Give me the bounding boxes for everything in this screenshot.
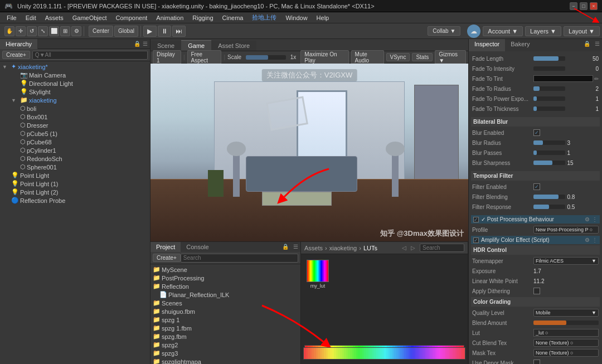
fade-thickness-slider[interactable] [533,106,565,111]
project-create-button[interactable]: Create+ [153,254,181,262]
pause-button[interactable]: ⏸ [158,26,171,37]
global-button[interactable]: Global [114,26,138,37]
project-lock-icon[interactable]: 🔒 [280,242,291,252]
fade-tint-swatch[interactable] [533,75,593,82]
tree-item-pointlight[interactable]: 💡Point Light [0,171,150,179]
tree-item-redondosch[interactable]: ⬡RedondoSch [0,154,150,163]
fade-radius-slider[interactable] [533,86,565,91]
fade-tint-pick[interactable]: ✏ [594,76,599,82]
hand-tool[interactable]: ✋ [4,26,14,36]
asset-store-tab[interactable]: Asset Store [211,41,256,51]
center-button[interactable]: Center [89,26,113,37]
amplify-color-checkbox[interactable] [473,237,479,243]
post-behaviour-settings[interactable]: ⚙ [585,216,590,222]
path-luts[interactable]: LUTs [363,245,377,251]
blur-sharpness-slider[interactable] [533,161,565,165]
rotate-tool[interactable]: ↺ [27,26,37,36]
maximize-btn[interactable]: Maximize On Play [300,50,348,65]
proj-item-spzg3[interactable]: 📁spzg3 [151,349,300,357]
aspect-button[interactable]: Free Aspect [187,50,222,65]
inspector-tab[interactable]: Inspector [469,39,505,51]
display-button[interactable]: Display 1 [153,50,181,65]
filter-response-slider[interactable] [533,205,565,209]
tree-item-boli[interactable]: ⬡boli [0,104,150,113]
asset-nav-back[interactable]: ◁ [402,245,406,251]
apply-dithering-checkbox[interactable] [533,288,540,294]
tree-item-maincamera[interactable]: 📷 Main Camera [0,71,150,79]
close-button[interactable]: × [590,2,598,10]
mute-btn[interactable]: Mute Audio [351,50,384,65]
menu-file[interactable]: File [2,13,21,22]
menu-upload[interactable]: 拾地上传 [247,12,281,23]
menu-rigging[interactable]: Rigging [188,13,217,22]
filter-blending-slider[interactable] [533,195,565,199]
scale-tool[interactable]: ⤡ [38,26,48,36]
post-behaviour-more[interactable]: ⋮ [592,216,598,222]
rect-tool[interactable]: ⬜ [49,26,59,36]
mask-tex-dropdown[interactable]: None (Texture) ○ [533,349,599,357]
tree-item-dirlight[interactable]: 💡 Directional Light [0,79,150,88]
scale-slider[interactable] [246,55,286,60]
menu-assets[interactable]: Assets [41,13,68,22]
post-behaviour-checkbox[interactable] [473,217,479,222]
amplify-more[interactable]: ⋮ [592,237,598,243]
scene-tab[interactable]: Scene [151,41,181,51]
menu-gameobject[interactable]: GameObject [68,13,111,22]
account-button[interactable]: Account ▼ [483,26,523,36]
tree-item-pcylinder1[interactable]: ⬡pCylinder1 [0,146,150,154]
menu-animation[interactable]: Animation [152,13,188,22]
path-assets[interactable]: Assets [304,245,323,251]
lut-field[interactable]: _lut ○ [533,329,599,337]
proj-item-spzgfbm[interactable]: 📁spzg.fbm [151,332,300,341]
proj-item-spzg2[interactable]: 📁spzg2 [151,341,300,349]
vsync-btn[interactable]: VSync [386,53,410,61]
amplify-settings[interactable]: ⚙ [585,237,590,243]
cut-blend-dropdown[interactable]: None (Texture) ○ [533,339,599,347]
bakery-tab[interactable]: Bakery [505,39,535,51]
use-depor-checkbox[interactable] [533,360,540,364]
menu-edit[interactable]: Edit [21,13,41,22]
tree-item-pcube68[interactable]: ⬡pCube68 [0,138,150,146]
path-xiaoketing[interactable]: xiaoketing [329,245,357,251]
proj-item-spzg1fbm[interactable]: 📁spzg 1.fbm [151,324,300,332]
asset-nav-forward[interactable]: ▷ [411,245,415,251]
cloud-button[interactable]: ☁ [467,25,480,38]
proj-item-postprocessing[interactable]: 📁PostProcessing [151,274,300,282]
minimize-button[interactable]: − [570,2,577,10]
proj-item-scenes[interactable]: 📁Scenes [151,299,300,307]
layout-button[interactable]: Layout ▼ [564,26,600,36]
menu-component[interactable]: Component [111,13,152,22]
gizmos-btn[interactable]: Gizmos ▼ [435,50,466,65]
fade-intensity-slider[interactable] [533,66,565,71]
menu-help[interactable]: Help [312,13,334,22]
blur-enabled-checkbox[interactable] [533,129,540,136]
proj-item-planar[interactable]: 📄Planar_Reflection_ILK [151,290,300,299]
asset-search-input[interactable] [420,244,464,252]
proj-item-myscene[interactable]: 📁MyScene [151,265,300,274]
hierarchy-lock-icon[interactable]: 🔒 [134,41,140,47]
blend-amount-slider[interactable] [533,321,599,325]
play-button[interactable]: ▶ [143,26,157,37]
tree-item-sphere001[interactable]: ⬡Sphere001 [0,163,150,171]
hierarchy-create-button[interactable]: Create+ [2,51,30,59]
fade-power-slider[interactable] [533,96,565,101]
hierarchy-tab[interactable]: Hierarchy [0,39,38,49]
tree-item-pointlight2[interactable]: 💡Point Light (2) [0,188,150,196]
tonemapper-dropdown[interactable]: Filmic ACES ▼ [533,257,599,265]
blur-passes-slider[interactable] [533,151,565,155]
profile-dropdown[interactable]: New Post-Processing P ○ [533,226,599,234]
proj-item-spzg1[interactable]: 📁spzg 1 [151,316,300,324]
project-search-input[interactable] [181,254,298,263]
blur-radius-slider[interactable] [533,140,565,145]
filter-enabled-checkbox[interactable] [533,183,540,190]
stats-btn[interactable]: Stats [412,53,433,61]
project-tab[interactable]: Project [151,242,181,252]
asset-item-mylut[interactable]: my_lut [307,260,329,289]
transform-tool[interactable]: ⊞ [60,26,70,36]
collab-button[interactable]: Collab ▼ [428,26,460,36]
layers-button[interactable]: Layers ▼ [525,26,561,36]
tree-item-xiaoketing-child[interactable]: ▼ 📁 xiaoketing [0,96,150,104]
tree-item-reflectionprobe[interactable]: 🔵Reflection Probe [0,196,150,205]
tree-item-dresser[interactable]: ⬡Dresser [0,121,150,129]
hierarchy-menu-icon[interactable]: ☰ [143,41,148,47]
